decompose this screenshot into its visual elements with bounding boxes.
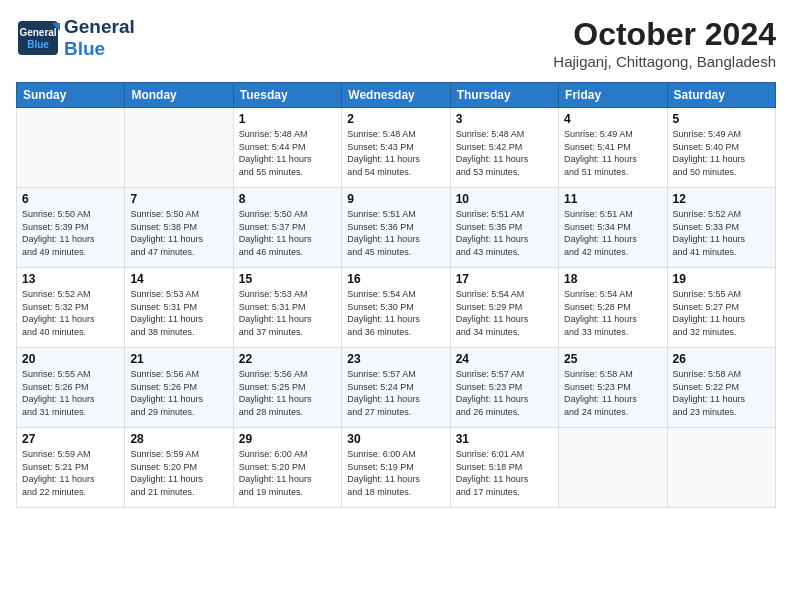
day-info: Sunrise: 5:57 AM Sunset: 5:23 PM Dayligh… [456, 368, 553, 418]
day-number: 8 [239, 192, 336, 206]
calendar-cell: 8Sunrise: 5:50 AM Sunset: 5:37 PM Daylig… [233, 188, 341, 268]
calendar-cell: 31Sunrise: 6:01 AM Sunset: 5:18 PM Dayli… [450, 428, 558, 508]
day-number: 30 [347, 432, 444, 446]
calendar-cell: 22Sunrise: 5:56 AM Sunset: 5:25 PM Dayli… [233, 348, 341, 428]
calendar-cell: 9Sunrise: 5:51 AM Sunset: 5:36 PM Daylig… [342, 188, 450, 268]
day-info: Sunrise: 5:57 AM Sunset: 5:24 PM Dayligh… [347, 368, 444, 418]
day-number: 28 [130, 432, 227, 446]
day-info: Sunrise: 5:56 AM Sunset: 5:25 PM Dayligh… [239, 368, 336, 418]
day-info: Sunrise: 5:59 AM Sunset: 5:21 PM Dayligh… [22, 448, 119, 498]
calendar-cell: 17Sunrise: 5:54 AM Sunset: 5:29 PM Dayli… [450, 268, 558, 348]
day-number: 7 [130, 192, 227, 206]
day-info: Sunrise: 5:59 AM Sunset: 5:20 PM Dayligh… [130, 448, 227, 498]
day-number: 11 [564, 192, 661, 206]
day-info: Sunrise: 5:53 AM Sunset: 5:31 PM Dayligh… [239, 288, 336, 338]
day-info: Sunrise: 5:48 AM Sunset: 5:44 PM Dayligh… [239, 128, 336, 178]
day-number: 18 [564, 272, 661, 286]
calendar-cell: 4Sunrise: 5:49 AM Sunset: 5:41 PM Daylig… [559, 108, 667, 188]
weekday-header-wednesday: Wednesday [342, 83, 450, 108]
calendar-cell: 20Sunrise: 5:55 AM Sunset: 5:26 PM Dayli… [17, 348, 125, 428]
weekday-header-friday: Friday [559, 83, 667, 108]
weekday-header-tuesday: Tuesday [233, 83, 341, 108]
calendar-cell: 28Sunrise: 5:59 AM Sunset: 5:20 PM Dayli… [125, 428, 233, 508]
day-number: 16 [347, 272, 444, 286]
day-number: 25 [564, 352, 661, 366]
calendar-header-row: SundayMondayTuesdayWednesdayThursdayFrid… [17, 83, 776, 108]
day-info: Sunrise: 5:54 AM Sunset: 5:29 PM Dayligh… [456, 288, 553, 338]
weekday-header-thursday: Thursday [450, 83, 558, 108]
calendar-cell: 10Sunrise: 5:51 AM Sunset: 5:35 PM Dayli… [450, 188, 558, 268]
calendar-cell: 19Sunrise: 5:55 AM Sunset: 5:27 PM Dayli… [667, 268, 775, 348]
day-number: 17 [456, 272, 553, 286]
day-number: 26 [673, 352, 770, 366]
page-header: General Blue General Blue October 2024 H… [16, 16, 776, 70]
day-number: 6 [22, 192, 119, 206]
calendar-cell: 16Sunrise: 5:54 AM Sunset: 5:30 PM Dayli… [342, 268, 450, 348]
calendar-week-row: 20Sunrise: 5:55 AM Sunset: 5:26 PM Dayli… [17, 348, 776, 428]
calendar-cell: 1Sunrise: 5:48 AM Sunset: 5:44 PM Daylig… [233, 108, 341, 188]
calendar-cell: 6Sunrise: 5:50 AM Sunset: 5:39 PM Daylig… [17, 188, 125, 268]
day-info: Sunrise: 5:58 AM Sunset: 5:22 PM Dayligh… [673, 368, 770, 418]
calendar-cell [667, 428, 775, 508]
logo-text: General Blue [64, 16, 135, 60]
day-info: Sunrise: 5:49 AM Sunset: 5:40 PM Dayligh… [673, 128, 770, 178]
calendar-cell: 27Sunrise: 5:59 AM Sunset: 5:21 PM Dayli… [17, 428, 125, 508]
calendar-cell [17, 108, 125, 188]
day-number: 27 [22, 432, 119, 446]
day-info: Sunrise: 5:52 AM Sunset: 5:32 PM Dayligh… [22, 288, 119, 338]
day-number: 19 [673, 272, 770, 286]
calendar-cell: 12Sunrise: 5:52 AM Sunset: 5:33 PM Dayli… [667, 188, 775, 268]
calendar-week-row: 27Sunrise: 5:59 AM Sunset: 5:21 PM Dayli… [17, 428, 776, 508]
calendar-cell: 13Sunrise: 5:52 AM Sunset: 5:32 PM Dayli… [17, 268, 125, 348]
day-number: 1 [239, 112, 336, 126]
calendar-cell: 26Sunrise: 5:58 AM Sunset: 5:22 PM Dayli… [667, 348, 775, 428]
day-number: 31 [456, 432, 553, 446]
day-info: Sunrise: 5:55 AM Sunset: 5:27 PM Dayligh… [673, 288, 770, 338]
day-number: 13 [22, 272, 119, 286]
day-info: Sunrise: 5:51 AM Sunset: 5:35 PM Dayligh… [456, 208, 553, 258]
day-number: 29 [239, 432, 336, 446]
day-number: 24 [456, 352, 553, 366]
calendar-cell: 3Sunrise: 5:48 AM Sunset: 5:42 PM Daylig… [450, 108, 558, 188]
calendar-cell: 24Sunrise: 5:57 AM Sunset: 5:23 PM Dayli… [450, 348, 558, 428]
title-section: October 2024 Hajiganj, Chittagong, Bangl… [553, 16, 776, 70]
calendar-cell: 11Sunrise: 5:51 AM Sunset: 5:34 PM Dayli… [559, 188, 667, 268]
day-info: Sunrise: 5:50 AM Sunset: 5:37 PM Dayligh… [239, 208, 336, 258]
day-info: Sunrise: 5:48 AM Sunset: 5:42 PM Dayligh… [456, 128, 553, 178]
location: Hajiganj, Chittagong, Bangladesh [553, 53, 776, 70]
calendar-cell: 15Sunrise: 5:53 AM Sunset: 5:31 PM Dayli… [233, 268, 341, 348]
weekday-header-monday: Monday [125, 83, 233, 108]
calendar-week-row: 6Sunrise: 5:50 AM Sunset: 5:39 PM Daylig… [17, 188, 776, 268]
svg-text:Blue: Blue [27, 39, 49, 50]
day-info: Sunrise: 5:50 AM Sunset: 5:39 PM Dayligh… [22, 208, 119, 258]
month-title: October 2024 [553, 16, 776, 53]
calendar-cell: 7Sunrise: 5:50 AM Sunset: 5:38 PM Daylig… [125, 188, 233, 268]
day-info: Sunrise: 5:51 AM Sunset: 5:34 PM Dayligh… [564, 208, 661, 258]
day-info: Sunrise: 5:58 AM Sunset: 5:23 PM Dayligh… [564, 368, 661, 418]
day-info: Sunrise: 5:49 AM Sunset: 5:41 PM Dayligh… [564, 128, 661, 178]
day-number: 3 [456, 112, 553, 126]
calendar-table: SundayMondayTuesdayWednesdayThursdayFrid… [16, 82, 776, 508]
calendar-cell: 23Sunrise: 5:57 AM Sunset: 5:24 PM Dayli… [342, 348, 450, 428]
day-info: Sunrise: 5:53 AM Sunset: 5:31 PM Dayligh… [130, 288, 227, 338]
day-number: 21 [130, 352, 227, 366]
calendar-cell [559, 428, 667, 508]
day-number: 20 [22, 352, 119, 366]
day-info: Sunrise: 5:54 AM Sunset: 5:30 PM Dayligh… [347, 288, 444, 338]
day-info: Sunrise: 6:00 AM Sunset: 5:20 PM Dayligh… [239, 448, 336, 498]
day-number: 12 [673, 192, 770, 206]
day-number: 9 [347, 192, 444, 206]
day-info: Sunrise: 5:48 AM Sunset: 5:43 PM Dayligh… [347, 128, 444, 178]
day-info: Sunrise: 6:01 AM Sunset: 5:18 PM Dayligh… [456, 448, 553, 498]
calendar-week-row: 13Sunrise: 5:52 AM Sunset: 5:32 PM Dayli… [17, 268, 776, 348]
calendar-week-row: 1Sunrise: 5:48 AM Sunset: 5:44 PM Daylig… [17, 108, 776, 188]
calendar-cell [125, 108, 233, 188]
logo-blue: Blue [64, 38, 135, 60]
logo: General Blue General Blue [16, 16, 135, 60]
day-info: Sunrise: 5:55 AM Sunset: 5:26 PM Dayligh… [22, 368, 119, 418]
calendar-cell: 2Sunrise: 5:48 AM Sunset: 5:43 PM Daylig… [342, 108, 450, 188]
day-info: Sunrise: 5:52 AM Sunset: 5:33 PM Dayligh… [673, 208, 770, 258]
calendar-cell: 14Sunrise: 5:53 AM Sunset: 5:31 PM Dayli… [125, 268, 233, 348]
logo-icon: General Blue [16, 19, 60, 57]
calendar-cell: 25Sunrise: 5:58 AM Sunset: 5:23 PM Dayli… [559, 348, 667, 428]
